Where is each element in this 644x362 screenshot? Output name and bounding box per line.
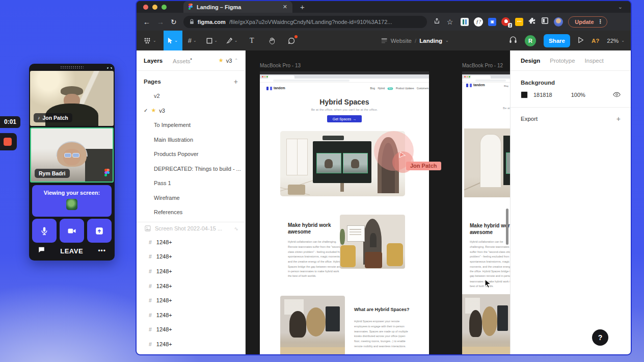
minimize-window-button[interactable] (152, 5, 157, 10)
url-host: figma.com (198, 19, 226, 25)
close-window-button[interactable] (143, 5, 148, 10)
desktop: ♪ Jon Patch Rym Badri Viewing your scree… (0, 0, 644, 362)
color-opacity-value[interactable]: 100% (571, 92, 585, 98)
tab-close-icon[interactable]: ✕ (283, 4, 287, 10)
page-item[interactable]: Pass 1 (137, 176, 245, 191)
tab-inspect[interactable]: Inspect (585, 58, 604, 64)
tab-search-chevron-icon[interactable]: ⌄ (618, 4, 623, 10)
breadcrumb-project[interactable]: Website (391, 38, 412, 44)
chevron-down-icon[interactable]: ⌄ (445, 38, 449, 43)
extension-icon-2[interactable]: ƒ? (474, 17, 483, 27)
zoom-window-button[interactable] (162, 5, 167, 10)
mini-scrollbar[interactable] (506, 209, 508, 245)
window-controls[interactable] (143, 5, 167, 10)
layer-item-frame[interactable]: #1248+ (137, 249, 245, 264)
site-section1-title: Make hybrid work awesome (288, 222, 345, 235)
color-swatch[interactable] (521, 91, 528, 98)
text-tool-button[interactable]: T (242, 31, 262, 50)
tab-assets[interactable]: Assets• (173, 57, 192, 64)
chat-icon[interactable] (38, 246, 45, 255)
page-item[interactable]: References (137, 205, 245, 220)
extension-icon-4[interactable]: 2 (501, 17, 510, 26)
layer-item-frame[interactable]: #1248+ (137, 264, 245, 279)
frame-label-macbook-13[interactable]: MacBook Pro - 13 (260, 63, 301, 68)
page-item-v3-selected[interactable]: ✓ ★ v3 (137, 104, 245, 118)
tab-layers[interactable]: Layers (144, 58, 163, 64)
site-section2-title: What are Hybrid Spaces? (354, 307, 420, 312)
breadcrumb[interactable]: Website / Landing ⌄ (381, 38, 449, 44)
layer-item-frame[interactable]: #1248+ (137, 293, 245, 308)
visibility-eye-icon[interactable] (613, 92, 621, 98)
breadcrumb-file[interactable]: Landing (419, 38, 442, 44)
bookmark-star-icon[interactable]: ☆ (447, 18, 453, 26)
browser-menu-icon[interactable]: ⋮ (598, 18, 603, 25)
new-tab-button[interactable]: + (300, 3, 305, 11)
present-play-icon[interactable] (578, 36, 584, 45)
tab-prototype[interactable]: Prototype (550, 58, 575, 64)
call-controls (29, 219, 115, 243)
mock-addressbar (462, 79, 510, 83)
layer-item-frame[interactable]: #1248+ (137, 235, 245, 250)
page-item[interactable]: To Impelement (137, 118, 245, 133)
page-item[interactable]: Main Illustration (137, 133, 245, 147)
more-options-button[interactable]: ••• (98, 247, 106, 254)
extension-icon-1[interactable] (461, 18, 469, 26)
zoom-level-control[interactable]: 22% ⌄ (607, 38, 625, 44)
pages-header: Pages + (137, 71, 245, 89)
page-item[interactable]: DEPRECATED: Things to build - ... (137, 162, 245, 176)
design-canvas[interactable]: MacBook Pro - 13 MacBook Pro - 12 tandem… (246, 50, 510, 354)
extensions-puzzle-icon[interactable] (528, 17, 536, 27)
stop-recording-button[interactable] (0, 133, 17, 150)
participant-video-jon[interactable]: ♪ Jon Patch (30, 71, 114, 126)
share-page-icon[interactable] (434, 17, 440, 27)
address-bar[interactable]: figma.com/file/gxXpa7u2oVWaidncgCndyN/La… (183, 16, 427, 28)
collaborator-avatar[interactable]: R (525, 35, 536, 46)
page-item-v2[interactable]: v2 (137, 89, 245, 104)
version-selector[interactable]: ★ v3 ⌃ (219, 57, 238, 64)
audio-headphones-icon[interactable] (509, 36, 517, 45)
a-query-badge[interactable]: A? (592, 38, 599, 44)
extension-icon-3[interactable]: ▣ (488, 18, 496, 26)
layer-item-frame[interactable]: #1248+ (137, 307, 245, 322)
tab-design[interactable]: Design (521, 58, 540, 64)
camera-button[interactable] (60, 219, 84, 243)
layer-item-screenshot[interactable]: Screen Shot 2022-04-15 ... ∿ (137, 222, 245, 235)
back-button[interactable]: ← (143, 18, 150, 26)
design-frame-macbook-13[interactable]: tandem Blog Hybrid New Product Updates C… (260, 71, 429, 354)
browser-tab[interactable]: Landing – Figma ✕ (183, 1, 292, 13)
chevron-down-icon: ⌄ (214, 38, 218, 43)
forward-button[interactable]: → (157, 18, 164, 26)
comment-tool-button[interactable] (282, 31, 302, 50)
background-section-label: Background (511, 71, 631, 91)
leave-button[interactable]: LEAVE (60, 247, 83, 255)
page-item[interactable]: Wireframe (137, 191, 245, 205)
microphone-button[interactable] (32, 219, 57, 243)
add-page-button[interactable]: + (234, 77, 238, 86)
reload-button[interactable]: ↻ (171, 18, 177, 26)
layer-item-frame[interactable]: #1248+ (137, 351, 245, 355)
add-export-button[interactable]: + (616, 115, 621, 123)
frame-label-macbook-12[interactable]: MacBook Pro - 12 (462, 63, 503, 68)
layer-item-frame[interactable]: #1248+ (137, 322, 245, 337)
move-tool-button[interactable]: ⌄ (164, 31, 182, 50)
layer-item-frame[interactable]: #1248+ (137, 278, 245, 293)
layer-label: 1248+ (156, 297, 172, 303)
participant-video-rym[interactable]: Rym Badri (30, 127, 114, 183)
color-hex-value[interactable]: 181818 (533, 92, 552, 98)
profile-avatar[interactable] (554, 17, 563, 27)
design-frame-macbook-12[interactable]: tandem Blog Be at t Make hybrid work awe… (462, 71, 510, 354)
extension-icon-5[interactable]: ⋯ (515, 18, 523, 26)
frame-tool-button[interactable]: # ⌄ (182, 31, 202, 50)
share-screen-button[interactable] (87, 219, 112, 243)
page-item[interactable]: Products Popover (137, 147, 245, 162)
share-button[interactable]: Share (544, 34, 570, 47)
layer-item-frame[interactable]: #1248+ (137, 337, 245, 352)
shape-tool-button[interactable]: ⌄ (202, 31, 222, 50)
hand-tool-button[interactable] (262, 31, 282, 50)
main-menu-button[interactable]: ⌄ (137, 37, 164, 44)
pen-tool-button[interactable]: ⌄ (222, 31, 242, 50)
call-drag-handle[interactable] (29, 64, 115, 71)
reader-mode-icon[interactable] (541, 17, 549, 27)
help-button[interactable]: ? (592, 329, 608, 346)
update-button[interactable]: Update ⋮ (568, 16, 607, 28)
